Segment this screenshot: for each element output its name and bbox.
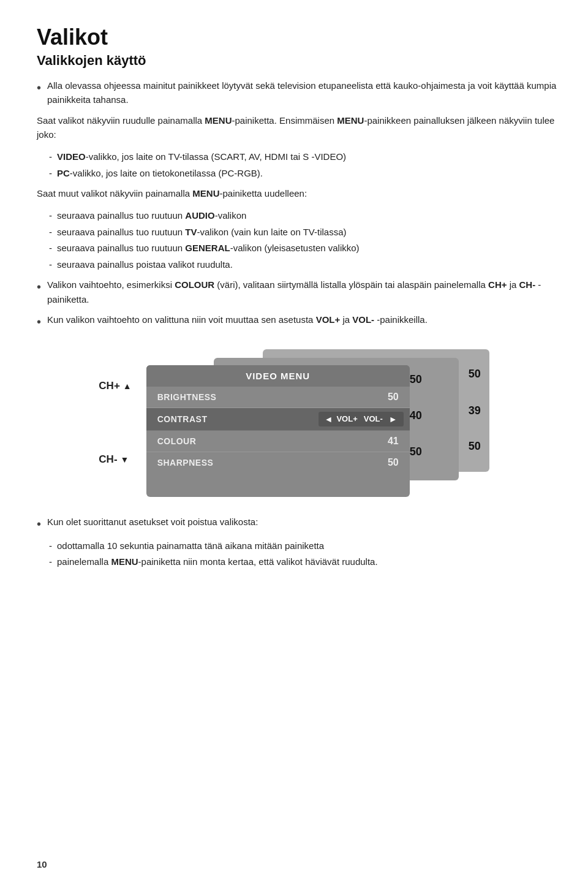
menus-container: 50 39 50 50 40 50 VIDEO MENU BRIGHTNESS … xyxy=(140,349,496,496)
ch-plus-text: CH+ xyxy=(99,380,119,392)
page-subtitle: Valikkojen käyttö xyxy=(37,53,557,69)
dash-icon-1: - xyxy=(49,150,52,164)
bullet-dot-3: • xyxy=(37,313,41,331)
ch-minus-arrow-icon xyxy=(121,453,129,466)
dash-item-2-2: - seuraava painallus tuo ruutuun TV-vali… xyxy=(49,225,557,240)
back2-num-1: 50 xyxy=(469,368,481,381)
dash-icon-3: - xyxy=(49,209,52,223)
section1-intro-text: Saat valikot näkyviin ruudulle painamall… xyxy=(37,115,554,140)
back2-num-2: 39 xyxy=(469,404,481,417)
menu-front-card: VIDEO MENU BRIGHTNESS 50 CONTRAST ◄ VOL+… xyxy=(146,365,410,497)
dash-icon-4: - xyxy=(49,225,52,240)
dash-text-2-3: seuraava painallus tuo ruutuun GENERAL-v… xyxy=(57,241,360,256)
dash-list-2: - seuraava painallus tuo ruutuun AUDIO-v… xyxy=(49,209,557,271)
section2-intro: Saat muut valikot näkyviin painamalla ME… xyxy=(37,186,557,200)
sharpness-value: 50 xyxy=(388,457,399,468)
bullet-dot-4: • xyxy=(37,515,41,533)
back1-num-3: 50 xyxy=(410,445,422,458)
ch-labels: CH+ CH- xyxy=(99,355,131,490)
page-title: Valikot xyxy=(37,25,557,50)
bottom-section: • Kun olet suorittanut asetukset voit po… xyxy=(37,515,557,569)
footer-dash-2: - painelemalla MENU-painiketta niin mont… xyxy=(49,555,557,569)
contrast-label: CONTRAST xyxy=(157,414,318,424)
footer-dash-icon-1: - xyxy=(49,539,52,553)
brightness-label: BRIGHTNESS xyxy=(157,392,388,402)
footer-dash-text-1: odottamalla 10 sekuntia painamatta tänä … xyxy=(57,539,324,553)
sharpness-label: SHARPNESS xyxy=(157,458,388,468)
bullet-item-1: • Alla olevassa ohjeessa mainitut painik… xyxy=(37,78,557,107)
bullet-item-2: • Valikon vaihtoehto, esimerkiksi COLOUR… xyxy=(37,278,557,306)
vol-control: ◄ VOL+ VOL- ► xyxy=(318,412,404,426)
dash-text-2-4: seuraava painallus poistaa valikot ruudu… xyxy=(57,258,233,272)
vol-left-arrow-icon: ◄ xyxy=(325,414,333,424)
dash-item-2-3: - seuraava painallus tuo ruutuun GENERAL… xyxy=(49,241,557,256)
bullet-text-1: Alla olevassa ohjeessa mainitut painikke… xyxy=(47,78,557,107)
colour-value: 41 xyxy=(388,436,399,447)
bullet-text-4: Kun olet suorittanut asetukset voit pois… xyxy=(47,515,557,529)
bullet-dot-2: • xyxy=(37,278,41,296)
dash-item-2-1: - seuraava painallus tuo ruutuun AUDIO-v… xyxy=(49,209,557,223)
ch-minus-text: CH- xyxy=(99,453,117,466)
vol-minus-label: VOL- xyxy=(364,414,383,423)
menu-row-contrast: CONTRAST ◄ VOL+ VOL- ► xyxy=(146,408,410,431)
dash-item-1-1: - VIDEO-valikko, jos laite on TV-tilassa… xyxy=(49,150,557,164)
dash-item-1-2: - PC-valikko, jos laite on tietokonetila… xyxy=(49,167,557,181)
page-number: 10 xyxy=(37,859,47,869)
ch-plus-label: CH+ xyxy=(99,380,131,392)
colour-label: COLOUR xyxy=(157,436,388,446)
vol-plus-label: VOL+ xyxy=(336,414,357,423)
section1-intro: Saat valikot näkyviin ruudulle painamall… xyxy=(37,113,557,142)
brightness-value: 50 xyxy=(388,392,399,403)
menu-row-brightness: BRIGHTNESS 50 xyxy=(146,387,410,408)
menu-row-colour: COLOUR 41 xyxy=(146,431,410,452)
bullet-item-4: • Kun olet suorittanut asetukset voit po… xyxy=(37,515,557,533)
menu-title-row: VIDEO MENU xyxy=(146,365,410,387)
dash-list-1: - VIDEO-valikko, jos laite on TV-tilassa… xyxy=(49,150,557,180)
dash-text-1-1: VIDEO-valikko, jos laite on TV-tilassa (… xyxy=(57,150,346,164)
back1-num-1: 50 xyxy=(410,373,422,386)
dash-icon-6: - xyxy=(49,258,52,272)
ch-plus-arrow-icon xyxy=(123,380,132,392)
footer-dash-text-2: painelemalla MENU-painiketta niin monta … xyxy=(57,555,378,569)
dash-icon-5: - xyxy=(49,241,52,256)
footer-intro: Kun olet suorittanut asetukset voit pois… xyxy=(47,517,258,527)
bullet-item-3: • Kun valikon vaihtoehto on valittuna ni… xyxy=(37,313,557,331)
vol-right-arrow-icon: ► xyxy=(389,414,398,424)
dash-text-2-1: seuraava painallus tuo ruutuun AUDIO-val… xyxy=(57,209,246,223)
bullet-dot-1: • xyxy=(37,78,41,97)
section2-intro-text: Saat muut valikot näkyviin painamalla ME… xyxy=(37,188,307,199)
ch-minus-label: CH- xyxy=(99,453,129,466)
dash-text-1-2: PC-valikko, jos laite on tietokonetilass… xyxy=(57,167,263,181)
bullet-text-3: Kun valikon vaihtoehto on valittuna niin… xyxy=(47,313,557,327)
dash-text-2-2: seuraava painallus tuo ruutuun TV-valiko… xyxy=(57,225,346,240)
bullet-text-2: Valikon vaihtoehto, esimerkiksi COLOUR (… xyxy=(47,278,557,306)
footer-dash-icon-2: - xyxy=(49,555,52,569)
menu-row-sharpness: SHARPNESS 50 xyxy=(146,452,410,473)
back1-num-2: 40 xyxy=(410,409,422,422)
dash-icon-2: - xyxy=(49,167,52,181)
menu-title-text: VIDEO MENU xyxy=(246,371,310,381)
footer-dash-1: - odottamalla 10 sekuntia painamatta tän… xyxy=(49,539,557,553)
menu-diagram: CH+ CH- 50 39 50 50 40 50 VIDEO MENU xyxy=(37,349,557,496)
dash-item-2-4: - seuraava painallus poistaa valikot ruu… xyxy=(49,258,557,272)
footer-dash-list: - odottamalla 10 sekuntia painamatta tän… xyxy=(49,539,557,569)
back2-num-3: 50 xyxy=(469,440,481,453)
